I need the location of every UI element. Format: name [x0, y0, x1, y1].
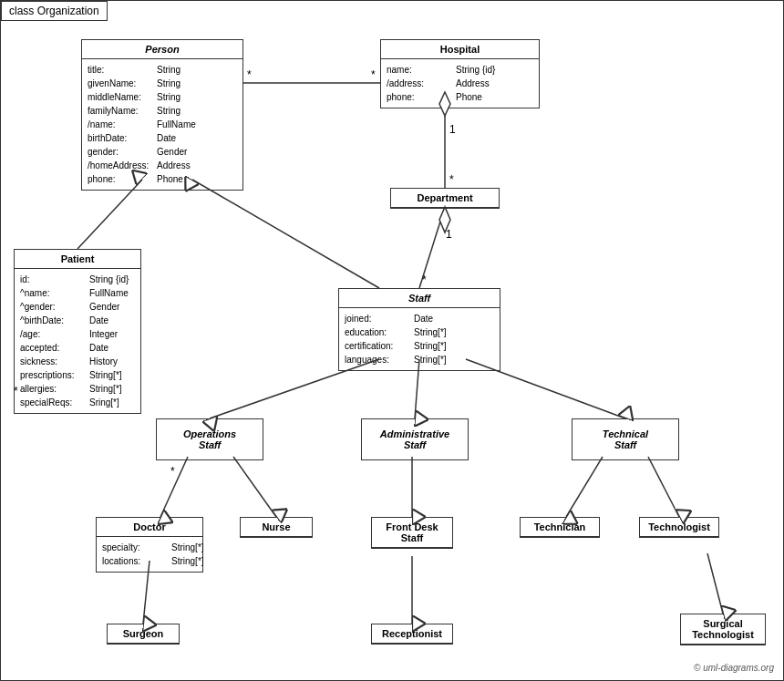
- person-attrs: title:String givenName:String middleName…: [82, 59, 242, 190]
- svg-text:1: 1: [446, 228, 452, 241]
- technical-staff-title: TechnicalStaff: [576, 425, 675, 454]
- class-staff: Staff joined:Date education:String[*] ce…: [338, 288, 500, 371]
- operations-staff-title: OperationsStaff: [160, 425, 259, 454]
- receptionist-title: Receptionist: [372, 624, 452, 644]
- svg-text:*: *: [371, 68, 376, 81]
- svg-line-15: [233, 457, 276, 517]
- person-title: Person: [82, 40, 242, 59]
- patient-title: Patient: [15, 250, 140, 269]
- class-person: Person title:String givenName:String mid…: [81, 39, 243, 191]
- surgeon-title: Surgeon: [108, 624, 179, 644]
- doctor-title: Doctor: [97, 518, 202, 537]
- svg-text:*: *: [247, 68, 252, 81]
- svg-line-18: [648, 457, 679, 517]
- diagram-container: class Organization Person title:String g…: [0, 0, 784, 681]
- svg-line-21: [707, 553, 723, 614]
- staff-attrs: joined:Date education:String[*] certific…: [339, 308, 500, 370]
- svg-text:*: *: [422, 273, 427, 286]
- class-receptionist: Receptionist: [371, 624, 453, 645]
- class-administrative-staff: AdministrativeStaff: [361, 418, 469, 460]
- diagram-title: class Organization: [1, 1, 108, 21]
- svg-text:1: 1: [449, 123, 456, 136]
- svg-marker-10: [439, 207, 450, 232]
- front-desk-title: Front DeskStaff: [372, 518, 452, 548]
- class-nurse: Nurse: [240, 517, 313, 538]
- svg-line-17: [566, 457, 603, 517]
- class-doctor: Doctor specialty:String[*] locations:Str…: [96, 517, 203, 573]
- technologist-title: Technologist: [640, 518, 718, 537]
- svg-line-14: [160, 457, 188, 517]
- nurse-title: Nurse: [241, 518, 312, 537]
- svg-text:*: *: [449, 173, 454, 186]
- svg-line-9: [419, 207, 445, 288]
- class-surgeon: Surgeon: [107, 624, 180, 645]
- department-title: Department: [391, 189, 499, 208]
- doctor-attrs: specialty:String[*] locations:String[*]: [97, 537, 202, 572]
- technician-title: Technician: [521, 518, 599, 537]
- hospital-attrs: name:String {id} /address:Address phone:…: [381, 59, 539, 108]
- patient-attrs: id:String {id} ^name:FullName ^gender:Ge…: [15, 269, 140, 413]
- class-patient: Patient id:String {id} ^name:FullName ^g…: [14, 249, 141, 414]
- svg-line-5: [192, 180, 379, 288]
- class-technical-staff: TechnicalStaff: [572, 418, 679, 460]
- copyright: © uml-diagrams.org: [694, 663, 774, 673]
- surgical-technologist-title: SurgicalTechnologist: [681, 614, 765, 645]
- svg-text:*: *: [170, 465, 175, 478]
- class-department: Department: [390, 188, 500, 209]
- class-surgical-technologist: SurgicalTechnologist: [680, 614, 766, 645]
- class-front-desk-staff: Front DeskStaff: [371, 517, 453, 549]
- class-hospital: Hospital name:String {id} /address:Addre…: [380, 39, 540, 108]
- class-technologist: Technologist: [639, 517, 719, 538]
- hospital-title: Hospital: [381, 40, 539, 59]
- class-operations-staff: OperationsStaff: [156, 418, 263, 460]
- class-technician: Technician: [520, 517, 600, 538]
- staff-title: Staff: [339, 289, 500, 308]
- administrative-staff-title: AdministrativeStaff: [366, 425, 464, 454]
